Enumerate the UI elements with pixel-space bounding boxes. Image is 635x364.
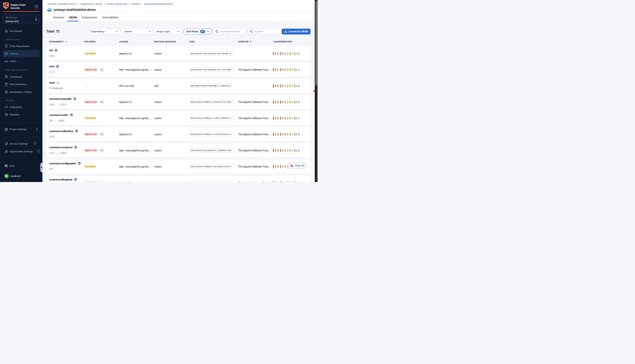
svg-text:?: ?	[6, 165, 7, 166]
